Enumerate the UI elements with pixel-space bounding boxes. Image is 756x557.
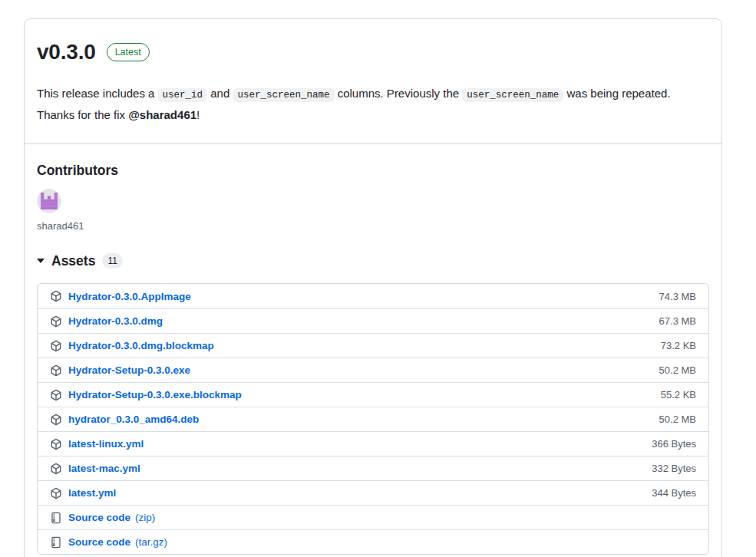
asset-row: hydrator_0.3.0_amd64.deb 50.2 MB [38,407,708,431]
body-text: ! [196,108,200,121]
package-icon [50,389,62,401]
contributors-heading: Contributors [37,163,709,179]
assets-heading: Assets [51,252,95,269]
package-icon [50,290,62,302]
avatar[interactable] [37,189,61,213]
package-icon [50,414,62,426]
release-description: This release includes a user_id and user… [25,84,711,124]
package-icon [50,487,62,499]
file-zip-icon [50,512,62,524]
asset-name-link[interactable]: Hydrator-0.3.0.AppImage [68,291,191,302]
body-text: This release includes a [37,87,158,100]
body-text: columns. Previously the [335,87,463,100]
inline-code: user_screen_name [233,88,334,102]
asset-size: 74.3 MB [659,291,696,302]
asset-name-link[interactable]: latest.yml [68,487,116,499]
asset-row: latest.yml 344 Bytes [38,480,708,505]
body-text: and [207,87,233,100]
asset-name-link[interactable]: Hydrator-Setup-0.3.0.exe [68,364,190,376]
package-icon [50,364,62,377]
assets-count-badge: 11 [102,253,122,269]
asset-row: Hydrator-0.3.0.dmg.blockmap 73.2 KB [38,333,708,358]
asset-name-link[interactable]: Source code [68,536,130,548]
asset-row: latest-mac.yml 332 Bytes [38,456,708,480]
asset-suffix[interactable]: (tar.gz) [135,536,167,548]
asset-size: 50.2 MB [659,364,696,376]
asset-name-link[interactable]: Hydrator-0.3.0.dmg [68,315,163,327]
asset-row: Source code (zip) [38,505,708,529]
asset-row: latest-linux.yml 366 Bytes [38,431,708,456]
asset-row: Hydrator-0.3.0.AppImage 74.3 MB [38,284,708,308]
asset-size: 67.3 MB [659,315,696,327]
package-icon [50,463,62,475]
asset-size: 332 Bytes [652,463,696,474]
release-details-section: Contributors sharad461 Assets [25,144,721,557]
asset-name-link[interactable]: latest-linux.yml [68,438,144,450]
assets-toggle[interactable]: Assets 11 [37,252,123,269]
identicon [37,189,61,213]
asset-size: 366 Bytes [652,438,696,450]
user-mention-link[interactable]: @sharad461 [128,108,196,121]
latest-badge: Latest [107,43,150,61]
package-icon [50,340,62,352]
asset-size: 55.2 KB [661,389,696,400]
asset-row: Source code (tar.gz) [38,529,708,554]
file-zip-icon [50,536,62,549]
package-icon [50,315,62,328]
package-icon [50,438,62,450]
asset-row: Hydrator-Setup-0.3.0.exe.blockmap 55.2 K… [38,382,708,407]
assets-table: Hydrator-0.3.0.AppImage 74.3 MB Hydrator… [37,283,709,555]
asset-name-link[interactable]: Hydrator-Setup-0.3.0.exe.blockmap [68,389,242,400]
inline-code: user_id [158,88,208,102]
asset-name-link[interactable]: Source code [68,512,130,523]
release-card: v0.3.0 Latest This release includes a us… [24,18,722,557]
asset-size: 344 Bytes [652,487,696,499]
asset-row: Hydrator-0.3.0.dmg 67.3 MB [38,308,708,333]
release-header: v0.3.0 Latest [25,19,721,65]
asset-name-link[interactable]: latest-mac.yml [68,463,140,474]
inline-code: user_screen_name [462,88,563,102]
release-title: v0.3.0 [37,39,96,65]
asset-size: 73.2 KB [661,340,696,351]
caret-down-icon [37,259,45,263]
asset-name-link[interactable]: hydrator_0.3.0_amd64.deb [68,414,199,425]
asset-suffix[interactable]: (zip) [135,512,155,523]
asset-size: 50.2 MB [659,414,696,425]
contributor-username: sharad461 [37,220,709,232]
asset-name-link[interactable]: Hydrator-0.3.0.dmg.blockmap [68,340,214,351]
asset-row: Hydrator-Setup-0.3.0.exe 50.2 MB [38,358,708,382]
